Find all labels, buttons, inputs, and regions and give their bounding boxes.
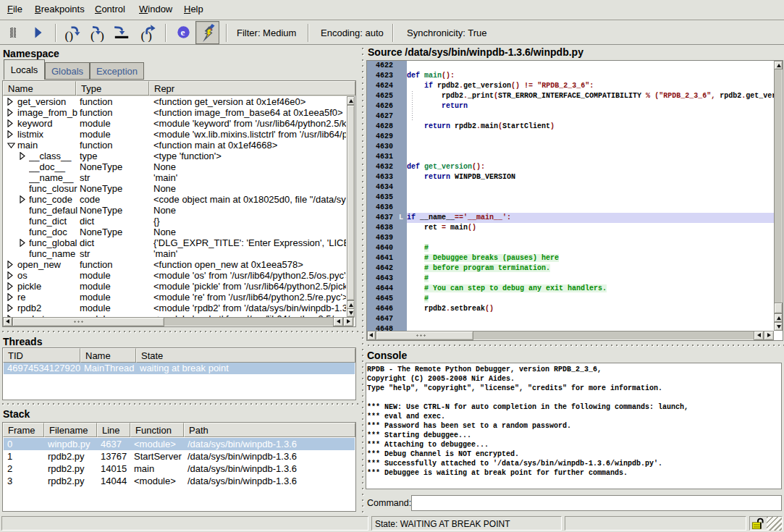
- svg-text:(: (: [90, 28, 95, 42]
- svg-text:(): (): [65, 28, 74, 42]
- svg-text:): ): [100, 28, 104, 42]
- svg-text:e: e: [180, 27, 185, 38]
- svg-text:(: (: [141, 28, 146, 42]
